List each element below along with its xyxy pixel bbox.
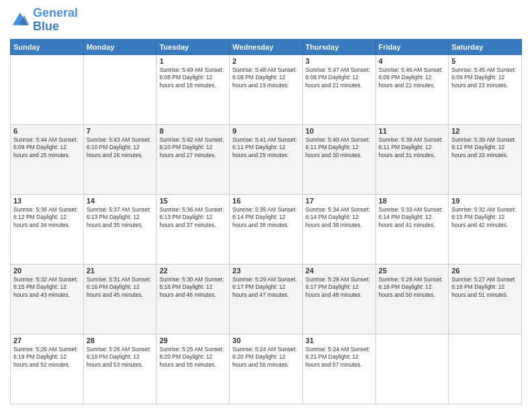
day-info: Sunrise: 5:29 AM Sunset: 6:17 PM Dayligh… [232, 276, 300, 299]
day-info: Sunrise: 5:40 AM Sunset: 6:11 PM Dayligh… [306, 136, 373, 159]
day-info: Sunrise: 5:48 AM Sunset: 6:08 PM Dayligh… [232, 66, 300, 89]
calendar-cell: 12Sunrise: 5:39 AM Sunset: 6:12 PM Dayli… [449, 124, 522, 194]
day-number: 22 [159, 267, 226, 275]
day-info: Sunrise: 5:49 AM Sunset: 6:08 PM Dayligh… [159, 66, 226, 89]
day-number: 31 [306, 336, 373, 345]
weekday-header-row: SundayMondayTuesdayWednesdayThursdayFrid… [11, 39, 522, 54]
calendar-cell: 1Sunrise: 5:49 AM Sunset: 6:08 PM Daylig… [157, 54, 230, 124]
calendar-cell: 24Sunrise: 5:28 AM Sunset: 6:17 PM Dayli… [302, 264, 375, 334]
weekday-header-saturday: Saturday [449, 39, 522, 54]
calendar-cell: 2Sunrise: 5:48 AM Sunset: 6:08 PM Daylig… [230, 54, 303, 124]
calendar-cell: 7Sunrise: 5:43 AM Sunset: 6:10 PM Daylig… [83, 124, 157, 194]
calendar-cell: 20Sunrise: 5:32 AM Sunset: 6:15 PM Dayli… [11, 264, 84, 334]
day-number: 12 [451, 127, 519, 135]
day-info: Sunrise: 5:46 AM Sunset: 6:09 PM Dayligh… [379, 66, 446, 89]
day-number: 15 [159, 197, 226, 205]
day-info: Sunrise: 5:28 AM Sunset: 6:18 PM Dayligh… [379, 276, 446, 299]
day-info: Sunrise: 5:26 AM Sunset: 6:19 PM Dayligh… [87, 346, 154, 369]
calendar-cell: 22Sunrise: 5:30 AM Sunset: 6:16 PM Dayli… [157, 264, 230, 334]
day-number: 14 [87, 197, 154, 205]
day-info: Sunrise: 5:27 AM Sunset: 6:18 PM Dayligh… [451, 276, 519, 299]
day-number: 25 [379, 267, 446, 275]
day-number: 27 [13, 336, 81, 345]
day-number: 17 [306, 197, 373, 205]
day-info: Sunrise: 5:47 AM Sunset: 6:08 PM Dayligh… [306, 66, 373, 89]
day-number: 7 [87, 127, 154, 135]
calendar-cell: 9Sunrise: 5:41 AM Sunset: 6:11 PM Daylig… [230, 124, 303, 194]
day-number: 29 [159, 336, 226, 345]
week-row-4: 20Sunrise: 5:32 AM Sunset: 6:15 PM Dayli… [11, 264, 522, 334]
day-number: 10 [306, 127, 373, 135]
day-info: Sunrise: 5:32 AM Sunset: 6:15 PM Dayligh… [451, 206, 519, 229]
calendar-cell: 30Sunrise: 5:24 AM Sunset: 6:20 PM Dayli… [230, 334, 303, 404]
day-number: 28 [87, 336, 154, 345]
week-row-5: 27Sunrise: 5:26 AM Sunset: 6:19 PM Dayli… [11, 334, 522, 404]
day-number: 30 [232, 336, 300, 345]
day-info: Sunrise: 5:43 AM Sunset: 6:10 PM Dayligh… [87, 136, 154, 159]
weekday-header-sunday: Sunday [11, 39, 84, 54]
calendar-cell: 23Sunrise: 5:29 AM Sunset: 6:17 PM Dayli… [230, 264, 303, 334]
calendar-cell: 8Sunrise: 5:42 AM Sunset: 6:10 PM Daylig… [157, 124, 230, 194]
day-number: 20 [13, 267, 81, 275]
week-row-1: 1Sunrise: 5:49 AM Sunset: 6:08 PM Daylig… [11, 54, 522, 124]
header: General Blue [10, 7, 522, 34]
day-number: 18 [379, 197, 446, 205]
day-info: Sunrise: 5:45 AM Sunset: 6:09 PM Dayligh… [451, 66, 519, 89]
calendar-cell: 25Sunrise: 5:28 AM Sunset: 6:18 PM Dayli… [375, 264, 449, 334]
calendar-cell [11, 54, 84, 124]
logo-text: General Blue [33, 7, 78, 34]
day-info: Sunrise: 5:32 AM Sunset: 6:15 PM Dayligh… [13, 276, 81, 299]
calendar-cell [375, 334, 449, 404]
day-number: 13 [13, 197, 81, 205]
day-number: 16 [232, 197, 300, 205]
day-number: 1 [159, 57, 226, 65]
week-row-3: 13Sunrise: 5:38 AM Sunset: 6:12 PM Dayli… [11, 194, 522, 264]
calendar-cell: 21Sunrise: 5:31 AM Sunset: 6:16 PM Dayli… [83, 264, 157, 334]
page: General Blue SundayMondayTuesdayWednesda… [0, 0, 532, 411]
calendar-cell: 11Sunrise: 5:39 AM Sunset: 6:11 PM Dayli… [375, 124, 449, 194]
day-info: Sunrise: 5:28 AM Sunset: 6:17 PM Dayligh… [306, 276, 373, 299]
day-number: 9 [232, 127, 300, 135]
day-info: Sunrise: 5:36 AM Sunset: 6:13 PM Dayligh… [159, 206, 226, 229]
calendar-cell [83, 54, 157, 124]
day-info: Sunrise: 5:24 AM Sunset: 6:21 PM Dayligh… [306, 346, 373, 369]
day-number: 21 [87, 267, 154, 275]
calendar-cell: 17Sunrise: 5:34 AM Sunset: 6:14 PM Dayli… [302, 194, 375, 264]
calendar-cell: 3Sunrise: 5:47 AM Sunset: 6:08 PM Daylig… [302, 54, 375, 124]
day-info: Sunrise: 5:33 AM Sunset: 6:14 PM Dayligh… [379, 206, 446, 229]
calendar-cell: 14Sunrise: 5:37 AM Sunset: 6:13 PM Dayli… [83, 194, 157, 264]
day-info: Sunrise: 5:38 AM Sunset: 6:12 PM Dayligh… [13, 206, 81, 229]
calendar-cell [449, 334, 522, 404]
day-info: Sunrise: 5:39 AM Sunset: 6:12 PM Dayligh… [451, 136, 519, 159]
weekday-header-thursday: Thursday [302, 39, 375, 54]
calendar-cell: 5Sunrise: 5:45 AM Sunset: 6:09 PM Daylig… [449, 54, 522, 124]
day-info: Sunrise: 5:30 AM Sunset: 6:16 PM Dayligh… [159, 276, 226, 299]
calendar-cell: 6Sunrise: 5:44 AM Sunset: 6:09 PM Daylig… [11, 124, 84, 194]
calendar-table: SundayMondayTuesdayWednesdayThursdayFrid… [10, 39, 522, 404]
day-info: Sunrise: 5:41 AM Sunset: 6:11 PM Dayligh… [232, 136, 300, 159]
day-info: Sunrise: 5:34 AM Sunset: 6:14 PM Dayligh… [306, 206, 373, 229]
calendar-cell: 4Sunrise: 5:46 AM Sunset: 6:09 PM Daylig… [375, 54, 449, 124]
day-number: 2 [232, 57, 300, 65]
calendar-cell: 31Sunrise: 5:24 AM Sunset: 6:21 PM Dayli… [302, 334, 375, 404]
calendar-cell: 16Sunrise: 5:35 AM Sunset: 6:14 PM Dayli… [230, 194, 303, 264]
day-info: Sunrise: 5:39 AM Sunset: 6:11 PM Dayligh… [379, 136, 446, 159]
weekday-header-friday: Friday [375, 39, 449, 54]
calendar-cell: 10Sunrise: 5:40 AM Sunset: 6:11 PM Dayli… [302, 124, 375, 194]
day-info: Sunrise: 5:44 AM Sunset: 6:09 PM Dayligh… [13, 136, 81, 159]
day-number: 3 [306, 57, 373, 65]
day-number: 4 [379, 57, 446, 65]
calendar-cell: 19Sunrise: 5:32 AM Sunset: 6:15 PM Dayli… [449, 194, 522, 264]
day-info: Sunrise: 5:31 AM Sunset: 6:16 PM Dayligh… [87, 276, 154, 299]
day-number: 24 [306, 267, 373, 275]
weekday-header-wednesday: Wednesday [230, 39, 303, 54]
week-row-2: 6Sunrise: 5:44 AM Sunset: 6:09 PM Daylig… [11, 124, 522, 194]
day-info: Sunrise: 5:25 AM Sunset: 6:20 PM Dayligh… [159, 346, 226, 369]
day-info: Sunrise: 5:26 AM Sunset: 6:19 PM Dayligh… [13, 346, 81, 369]
calendar-cell: 29Sunrise: 5:25 AM Sunset: 6:20 PM Dayli… [157, 334, 230, 404]
day-number: 6 [13, 127, 81, 135]
day-number: 19 [451, 197, 519, 205]
day-info: Sunrise: 5:42 AM Sunset: 6:10 PM Dayligh… [159, 136, 226, 159]
calendar-cell: 27Sunrise: 5:26 AM Sunset: 6:19 PM Dayli… [11, 334, 84, 404]
logo: General Blue [10, 7, 78, 34]
